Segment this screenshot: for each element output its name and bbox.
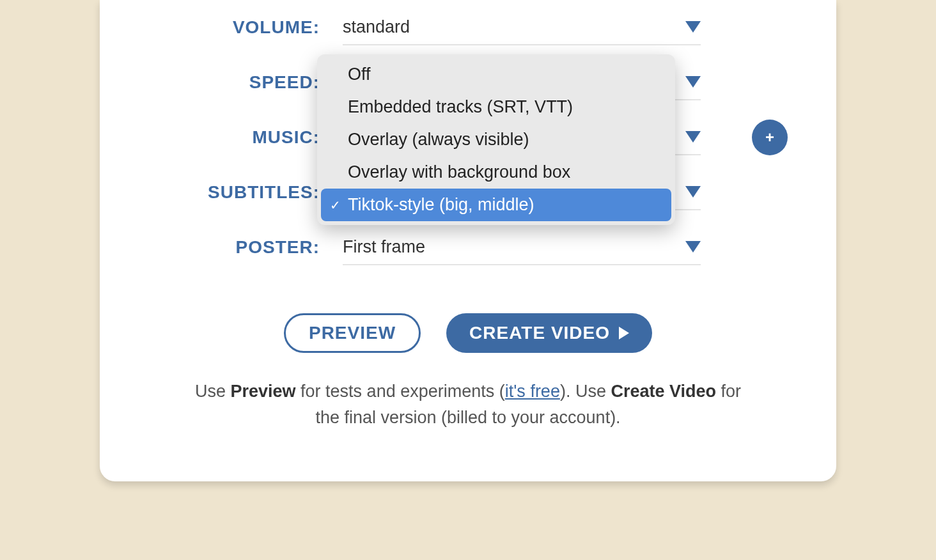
chevron-down-icon bbox=[685, 131, 701, 143]
poster-label: POSTER: bbox=[138, 237, 343, 258]
subtitles-dropdown: Off Embedded tracks (SRT, VTT) Overlay (… bbox=[317, 54, 675, 225]
preview-button[interactable]: PREVIEW bbox=[284, 313, 421, 353]
subtitles-option-tiktok[interactable]: ✓ Tiktok-style (big, middle) bbox=[321, 189, 671, 221]
hint-text: Use Preview for tests and experiments (i… bbox=[138, 378, 798, 430]
buttons-row: PREVIEW CREATE VIDEO bbox=[138, 313, 798, 353]
its-free-link[interactable]: it's free bbox=[505, 382, 560, 401]
subtitles-option-off[interactable]: Off bbox=[321, 58, 671, 91]
subtitles-option-overlay[interactable]: Overlay (always visible) bbox=[321, 123, 671, 156]
poster-select[interactable]: First frame bbox=[343, 229, 701, 265]
chevron-down-icon bbox=[685, 186, 701, 198]
subtitles-option-embedded[interactable]: Embedded tracks (SRT, VTT) bbox=[321, 91, 671, 123]
music-label: MUSIC: bbox=[138, 127, 343, 148]
volume-select[interactable]: standard bbox=[343, 10, 701, 45]
subtitles-option-overlay-box[interactable]: Overlay with background box bbox=[321, 156, 671, 189]
settings-card: VOLUME: standard SPEED: MUSIC: + SUBTITL… bbox=[100, 0, 836, 481]
chevron-down-icon bbox=[685, 241, 701, 253]
add-music-button[interactable]: + bbox=[752, 120, 788, 155]
subtitles-label: SUBTITLES: bbox=[138, 182, 343, 203]
speed-label: SPEED: bbox=[138, 72, 343, 93]
play-icon bbox=[619, 327, 629, 339]
volume-value: standard bbox=[343, 17, 685, 37]
plus-icon: + bbox=[765, 128, 774, 146]
chevron-down-icon bbox=[685, 21, 701, 33]
poster-row: POSTER: First frame bbox=[138, 220, 798, 275]
poster-value: First frame bbox=[343, 237, 685, 257]
volume-label: VOLUME: bbox=[138, 17, 343, 38]
check-icon: ✓ bbox=[330, 198, 341, 213]
chevron-down-icon bbox=[685, 76, 701, 88]
volume-row: VOLUME: standard bbox=[138, 0, 798, 55]
create-video-button[interactable]: CREATE VIDEO bbox=[446, 313, 652, 353]
